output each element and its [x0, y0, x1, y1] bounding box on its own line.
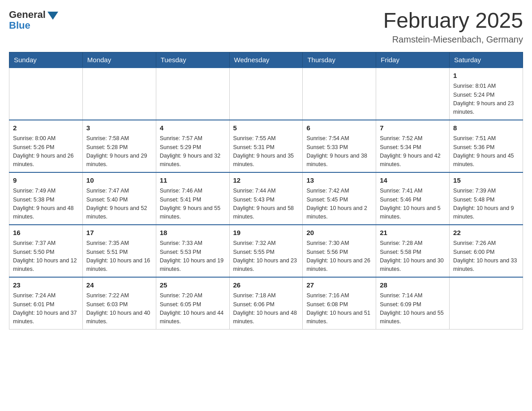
logo-blue-text: Blue — [9, 20, 30, 31]
location-subtitle: Ramstein-Miesenbach, Germany — [383, 34, 523, 45]
calendar-cell: 27Sunrise: 7:16 AMSunset: 6:08 PMDayligh… — [303, 277, 376, 330]
day-number: 13 — [306, 176, 372, 186]
day-number: 7 — [380, 123, 446, 133]
weekday-header-row: SundayMondayTuesdayWednesdayThursdayFrid… — [9, 52, 523, 68]
calendar-cell: 16Sunrise: 7:37 AMSunset: 5:50 PMDayligh… — [9, 225, 83, 277]
day-number: 28 — [380, 280, 446, 291]
calendar-cell: 10Sunrise: 7:47 AMSunset: 5:40 PMDayligh… — [82, 172, 156, 225]
day-info: Sunrise: 7:39 AMSunset: 5:48 PMDaylight:… — [453, 187, 519, 222]
calendar-cell: 17Sunrise: 7:35 AMSunset: 5:51 PMDayligh… — [82, 225, 156, 277]
title-block: February 2025 Ramstein-Miesenbach, Germa… — [383, 9, 523, 45]
calendar-week-row: 9Sunrise: 7:49 AMSunset: 5:38 PMDaylight… — [9, 172, 523, 225]
calendar-cell — [303, 68, 376, 120]
day-number: 25 — [160, 280, 226, 291]
day-info: Sunrise: 7:58 AMSunset: 5:28 PMDaylight:… — [86, 134, 152, 169]
day-number: 6 — [306, 123, 372, 133]
day-info: Sunrise: 7:41 AMSunset: 5:46 PMDaylight:… — [380, 187, 446, 222]
day-number: 10 — [86, 176, 152, 186]
calendar-cell: 28Sunrise: 7:14 AMSunset: 6:09 PMDayligh… — [376, 277, 450, 330]
calendar-cell: 23Sunrise: 7:24 AMSunset: 6:01 PMDayligh… — [9, 277, 83, 330]
weekday-header-monday: Monday — [82, 52, 156, 68]
day-number: 16 — [13, 228, 79, 238]
day-info: Sunrise: 7:52 AMSunset: 5:34 PMDaylight:… — [380, 134, 446, 169]
weekday-header-tuesday: Tuesday — [156, 52, 229, 68]
day-number: 24 — [86, 280, 152, 291]
day-number: 14 — [380, 176, 446, 186]
calendar-cell: 13Sunrise: 7:42 AMSunset: 5:45 PMDayligh… — [303, 172, 376, 225]
day-info: Sunrise: 8:01 AMSunset: 5:24 PMDaylight:… — [453, 82, 519, 117]
day-number: 22 — [453, 228, 519, 238]
calendar-cell — [229, 68, 303, 120]
calendar-cell — [82, 68, 156, 120]
calendar-cell — [450, 277, 523, 330]
calendar-week-row: 1Sunrise: 8:01 AMSunset: 5:24 PMDaylight… — [9, 68, 523, 120]
day-info: Sunrise: 7:42 AMSunset: 5:45 PMDaylight:… — [306, 187, 372, 222]
calendar-cell: 3Sunrise: 7:58 AMSunset: 5:28 PMDaylight… — [82, 120, 156, 172]
day-number: 3 — [86, 123, 152, 133]
day-info: Sunrise: 7:49 AMSunset: 5:38 PMDaylight:… — [13, 187, 79, 222]
calendar-cell — [9, 68, 83, 120]
day-info: Sunrise: 7:57 AMSunset: 5:29 PMDaylight:… — [160, 134, 226, 169]
calendar-cell: 8Sunrise: 7:51 AMSunset: 5:36 PMDaylight… — [450, 120, 523, 172]
calendar-week-row: 16Sunrise: 7:37 AMSunset: 5:50 PMDayligh… — [9, 225, 523, 277]
calendar-cell: 22Sunrise: 7:26 AMSunset: 6:00 PMDayligh… — [450, 225, 523, 277]
day-info: Sunrise: 8:00 AMSunset: 5:26 PMDaylight:… — [13, 134, 79, 169]
day-info: Sunrise: 7:35 AMSunset: 5:51 PMDaylight:… — [86, 239, 152, 274]
calendar-cell: 11Sunrise: 7:46 AMSunset: 5:41 PMDayligh… — [156, 172, 229, 225]
calendar-cell: 26Sunrise: 7:18 AMSunset: 6:06 PMDayligh… — [229, 277, 303, 330]
logo-general-text: General — [9, 9, 46, 21]
day-info: Sunrise: 7:26 AMSunset: 6:00 PMDaylight:… — [453, 239, 519, 274]
day-info: Sunrise: 7:55 AMSunset: 5:31 PMDaylight:… — [233, 134, 299, 169]
weekday-header-sunday: Sunday — [9, 52, 83, 68]
day-info: Sunrise: 7:32 AMSunset: 5:55 PMDaylight:… — [233, 239, 299, 274]
day-number: 26 — [233, 280, 299, 291]
calendar-cell: 5Sunrise: 7:55 AMSunset: 5:31 PMDaylight… — [229, 120, 303, 172]
calendar-cell: 24Sunrise: 7:22 AMSunset: 6:03 PMDayligh… — [82, 277, 156, 330]
day-number: 11 — [160, 176, 226, 186]
day-number: 4 — [160, 123, 226, 133]
day-info: Sunrise: 7:16 AMSunset: 6:08 PMDaylight:… — [306, 291, 372, 326]
day-number: 20 — [306, 228, 372, 238]
day-info: Sunrise: 7:18 AMSunset: 6:06 PMDaylight:… — [233, 291, 299, 326]
day-number: 23 — [13, 280, 79, 291]
day-info: Sunrise: 7:46 AMSunset: 5:41 PMDaylight:… — [160, 187, 226, 222]
logo: General Blue — [9, 9, 58, 31]
day-info: Sunrise: 7:14 AMSunset: 6:09 PMDaylight:… — [380, 291, 446, 326]
day-info: Sunrise: 7:30 AMSunset: 5:56 PMDaylight:… — [306, 239, 372, 274]
day-info: Sunrise: 7:44 AMSunset: 5:43 PMDaylight:… — [233, 187, 299, 222]
calendar-cell: 6Sunrise: 7:54 AMSunset: 5:33 PMDaylight… — [303, 120, 376, 172]
weekday-header-friday: Friday — [376, 52, 450, 68]
day-number: 21 — [380, 228, 446, 238]
calendar-cell — [156, 68, 229, 120]
day-number: 12 — [233, 176, 299, 186]
day-number: 9 — [13, 176, 79, 186]
day-info: Sunrise: 7:28 AMSunset: 5:58 PMDaylight:… — [380, 239, 446, 274]
day-info: Sunrise: 7:51 AMSunset: 5:36 PMDaylight:… — [453, 134, 519, 169]
weekday-header-saturday: Saturday — [450, 52, 523, 68]
calendar-cell: 15Sunrise: 7:39 AMSunset: 5:48 PMDayligh… — [450, 172, 523, 225]
weekday-header-thursday: Thursday — [303, 52, 376, 68]
day-info: Sunrise: 7:22 AMSunset: 6:03 PMDaylight:… — [86, 291, 152, 326]
day-number: 27 — [306, 280, 372, 291]
weekday-header-wednesday: Wednesday — [229, 52, 303, 68]
day-number: 19 — [233, 228, 299, 238]
calendar-cell: 4Sunrise: 7:57 AMSunset: 5:29 PMDaylight… — [156, 120, 229, 172]
calendar-cell: 7Sunrise: 7:52 AMSunset: 5:34 PMDaylight… — [376, 120, 450, 172]
logo-arrow-icon — [47, 12, 58, 20]
day-info: Sunrise: 7:24 AMSunset: 6:01 PMDaylight:… — [13, 291, 79, 326]
day-info: Sunrise: 7:54 AMSunset: 5:33 PMDaylight:… — [306, 134, 372, 169]
day-number: 5 — [233, 123, 299, 133]
calendar-cell: 18Sunrise: 7:33 AMSunset: 5:53 PMDayligh… — [156, 225, 229, 277]
day-number: 8 — [453, 123, 519, 133]
calendar-cell: 21Sunrise: 7:28 AMSunset: 5:58 PMDayligh… — [376, 225, 450, 277]
calendar-cell: 12Sunrise: 7:44 AMSunset: 5:43 PMDayligh… — [229, 172, 303, 225]
day-info: Sunrise: 7:37 AMSunset: 5:50 PMDaylight:… — [13, 239, 79, 274]
calendar-table: SundayMondayTuesdayWednesdayThursdayFrid… — [9, 52, 523, 330]
day-number: 1 — [453, 71, 519, 81]
calendar-week-row: 23Sunrise: 7:24 AMSunset: 6:01 PMDayligh… — [9, 277, 523, 330]
day-info: Sunrise: 7:20 AMSunset: 6:05 PMDaylight:… — [160, 291, 226, 326]
day-info: Sunrise: 7:47 AMSunset: 5:40 PMDaylight:… — [86, 187, 152, 222]
month-title: February 2025 — [383, 9, 523, 33]
day-number: 18 — [160, 228, 226, 238]
calendar-cell: 14Sunrise: 7:41 AMSunset: 5:46 PMDayligh… — [376, 172, 450, 225]
